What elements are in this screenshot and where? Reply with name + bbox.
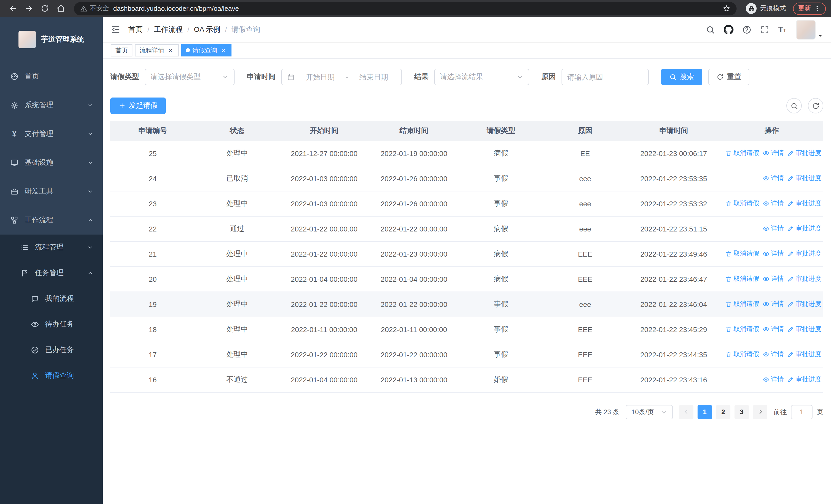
detail-link[interactable]: 详情	[763, 199, 784, 208]
result-select[interactable]: 请选择流结果	[434, 69, 529, 85]
tab-process-detail[interactable]: 流程详情×	[135, 44, 179, 56]
sidebar-item-leave-query[interactable]: 请假查询	[0, 363, 103, 388]
security-status[interactable]: 不安全	[80, 4, 109, 13]
sidebar-toggle-button[interactable]	[111, 25, 121, 34]
next-page-button[interactable]	[753, 405, 767, 419]
close-icon[interactable]: ×	[220, 47, 227, 54]
approval-progress-link[interactable]: 审批进度	[787, 300, 821, 308]
detail-link[interactable]: 详情	[763, 274, 784, 283]
reset-button[interactable]: 重置	[708, 69, 749, 85]
approval-progress-link[interactable]: 审批进度	[787, 199, 821, 208]
tab-leave-query[interactable]: 请假查询×	[181, 44, 231, 56]
close-icon[interactable]: ×	[167, 47, 174, 54]
toggle-search-button[interactable]	[786, 98, 802, 113]
cell-end: 2022-01-26 00:00:00	[369, 166, 459, 191]
approval-progress-link[interactable]: 审批进度	[787, 224, 821, 233]
sidebar-item-process-management[interactable]: 流程管理	[0, 235, 103, 260]
detail-link[interactable]: 详情	[763, 249, 784, 258]
back-button[interactable]	[9, 4, 18, 13]
user-menu[interactable]	[796, 20, 823, 39]
breadcrumb-item-home[interactable]: 首页	[128, 25, 143, 34]
page-button-2[interactable]: 2	[716, 405, 730, 419]
cell-id: 20	[110, 266, 195, 292]
leave-type-select[interactable]: 请选择请假类型	[145, 69, 235, 85]
address-bar[interactable]: 不安全 dashboard.yudao.iocoder.cn/bpm/oa/le…	[74, 2, 737, 15]
sidebar-item-todo-tasks[interactable]: 待办任务	[0, 312, 103, 337]
prev-page-button[interactable]	[679, 405, 693, 419]
cell-type: 病假	[459, 241, 543, 266]
menu-dots-icon[interactable]	[813, 5, 821, 12]
end-date-input[interactable]	[351, 73, 396, 81]
search-icon[interactable]	[706, 25, 715, 34]
sidebar-item-home[interactable]: 首页	[0, 62, 103, 91]
breadcrumb-item-workflow[interactable]: 工作流程	[154, 25, 183, 34]
page-button-3[interactable]: 3	[735, 405, 749, 419]
action-label: 审批进度	[796, 149, 821, 157]
help-icon[interactable]	[742, 25, 751, 34]
sidebar-item-infrastructure[interactable]: 基础设施	[0, 148, 103, 177]
cancel-leave-link[interactable]: 取消请假	[725, 300, 759, 308]
app-logo[interactable]: 芋道管理系统	[0, 17, 103, 62]
create-leave-button[interactable]: 发起请假	[110, 97, 166, 114]
detail-link[interactable]: 详情	[763, 149, 784, 157]
chevron-up-icon	[87, 270, 93, 276]
approval-progress-link[interactable]: 审批进度	[787, 174, 821, 183]
fullscreen-icon[interactable]	[760, 25, 769, 34]
cell-id: 17	[110, 342, 195, 367]
detail-link[interactable]: 详情	[763, 375, 784, 384]
cancel-leave-link[interactable]: 取消请假	[725, 325, 759, 334]
font-size-icon[interactable]: T T	[778, 25, 786, 34]
refresh-button[interactable]	[40, 4, 49, 13]
search-button[interactable]: 搜索	[661, 69, 702, 85]
sidebar-item-done-tasks[interactable]: 已办任务	[0, 337, 103, 363]
cell-status: 处理中	[195, 241, 279, 266]
avatar[interactable]	[796, 20, 815, 39]
breadcrumb-item-oa-example[interactable]: OA 示例	[194, 25, 221, 34]
page-button-1[interactable]: 1	[697, 405, 712, 419]
cancel-leave-link[interactable]: 取消请假	[725, 249, 759, 258]
eye-icon	[763, 200, 769, 207]
approval-progress-link[interactable]: 审批进度	[787, 375, 821, 384]
approval-progress-link[interactable]: 审批进度	[787, 350, 821, 359]
detail-link[interactable]: 详情	[763, 325, 784, 334]
sidebar-item-workflow[interactable]: 工作流程	[0, 206, 103, 235]
cancel-leave-link[interactable]: 取消请假	[725, 350, 759, 359]
cell-actions: 取消请假详情审批进度	[720, 292, 823, 317]
detail-link[interactable]: 详情	[763, 300, 784, 308]
cancel-leave-link[interactable]: 取消请假	[725, 199, 759, 208]
detail-link[interactable]: 详情	[763, 350, 784, 359]
chat-icon	[31, 295, 39, 303]
approval-progress-link[interactable]: 审批进度	[787, 249, 821, 258]
cancel-leave-link[interactable]: 取消请假	[725, 149, 759, 157]
forward-button[interactable]	[25, 4, 33, 13]
reason-input[interactable]	[567, 73, 643, 81]
approval-progress-link[interactable]: 审批进度	[787, 325, 821, 334]
tab-home[interactable]: 首页	[111, 44, 133, 56]
cancel-leave-link[interactable]: 取消请假	[725, 274, 759, 283]
cell-actions: 取消请假详情审批进度	[720, 317, 823, 342]
bookmark-star-icon[interactable]	[723, 5, 730, 12]
browser-update-button[interactable]: 更新	[793, 2, 826, 14]
github-icon[interactable]	[724, 25, 734, 34]
refresh-table-button[interactable]	[808, 98, 823, 113]
eye-icon	[31, 320, 39, 328]
sidebar-item-payment-management[interactable]: ¥支付管理	[0, 120, 103, 148]
approval-progress-link[interactable]: 审批进度	[787, 274, 821, 283]
page-size-select[interactable]: 10条/页	[626, 405, 673, 419]
goto-page-input[interactable]	[794, 408, 810, 416]
cell-end: 2022-01-26 00:00:00	[369, 191, 459, 216]
sidebar-item-dev-tools[interactable]: 研发工具	[0, 177, 103, 206]
home-button[interactable]	[56, 4, 65, 13]
sidebar-item-system-management[interactable]: 系统管理	[0, 91, 103, 120]
detail-link[interactable]: 详情	[763, 224, 784, 233]
action-label: 审批进度	[796, 174, 821, 183]
detail-link[interactable]: 详情	[763, 174, 784, 183]
cell-type: 婚假	[459, 367, 543, 392]
start-date-input[interactable]	[298, 73, 343, 81]
chevron-down-icon	[660, 408, 667, 415]
approval-progress-link[interactable]: 审批进度	[787, 149, 821, 157]
apply-time-range-picker[interactable]: -	[281, 69, 402, 85]
cell-id: 24	[110, 166, 195, 191]
sidebar-item-my-process[interactable]: 我的流程	[0, 286, 103, 312]
sidebar-item-task-management[interactable]: 任务管理	[0, 260, 103, 286]
